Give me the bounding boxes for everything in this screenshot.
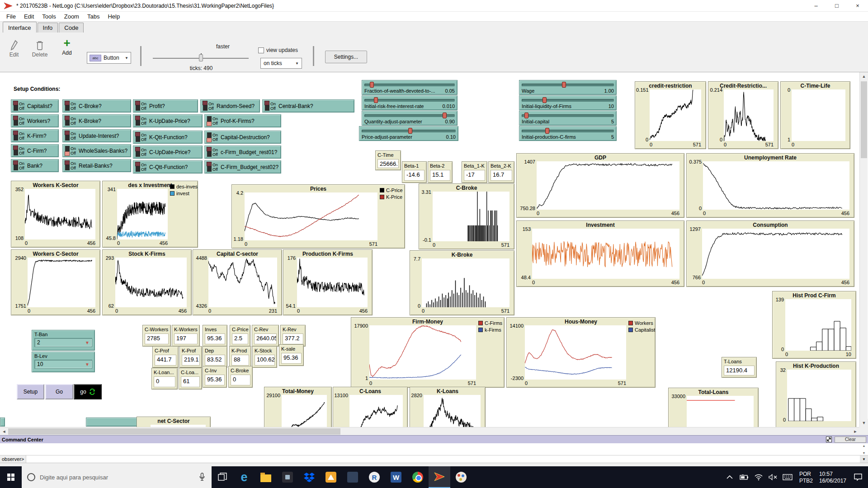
task-view-button[interactable] (212, 466, 233, 488)
horizontal-scroll-thumb[interactable] (8, 428, 340, 435)
switch-retail-banks[interactable]: OnOffRetail-Banks? (62, 159, 131, 172)
slider-fraction-of-wealth-devoted-to[interactable]: Fraction-of-wealth-devoted-to-...0.05 (362, 80, 458, 95)
slider-initial-risk-free-interest-rate[interactable]: Initial-risk-free-interest-rate0.010 (362, 95, 458, 110)
slider-handle[interactable] (374, 97, 378, 103)
close-button[interactable]: × (847, 0, 868, 12)
slider-wage[interactable]: Wage1.00 (519, 80, 617, 95)
chooser-t-ban[interactable]: T-Ban2▼ (32, 330, 95, 351)
taskbar-app-amber[interactable] (320, 466, 342, 488)
slider-handle[interactable] (370, 82, 374, 88)
volume-muted-icon[interactable] (767, 466, 779, 488)
slider-initial-capital[interactable]: Initial-capital5 (519, 111, 617, 126)
tab-interface[interactable]: Interface (3, 22, 37, 33)
scroll-up-arrow[interactable]: ▲ (860, 72, 868, 80)
scroll-down-arrow[interactable]: ▼ (860, 419, 868, 427)
switch-workers[interactable]: OnOffWorkers? (11, 114, 59, 127)
switch-profit[interactable]: OnOffProfit? (133, 99, 198, 113)
slider-handle[interactable] (443, 113, 447, 118)
menu-file[interactable]: File (2, 13, 20, 20)
switch-k-update-price[interactable]: OnOffK-UpDate-Price? (133, 114, 203, 127)
menu-tabs[interactable]: Tabs (83, 13, 104, 20)
menu-zoom[interactable]: Zoom (60, 13, 83, 20)
settings-button[interactable]: Settings... (325, 51, 367, 63)
start-button[interactable] (0, 466, 22, 488)
slider-initial-liquidity-of-firms[interactable]: Initial-liquidity-of-Firms10 (519, 95, 617, 110)
taskbar-app-photos[interactable] (277, 466, 298, 488)
switch-c-firm-budget-rest01[interactable]: OnOffc-Firm_Budget_rest01? (204, 145, 281, 159)
delete-tool-button[interactable]: Delete (30, 40, 50, 58)
chooser-dropdown-arrow[interactable]: ▼ (85, 362, 90, 367)
taskbar-search-box[interactable]: Digite aqui para pesquisar (22, 466, 212, 488)
add-tool-button[interactable]: + Add (58, 37, 76, 56)
action-center-icon[interactable] (852, 466, 864, 488)
slider-price-adjust-parameter[interactable]: Price-adjust-parameter0.10 (359, 126, 458, 141)
vertical-scrollbar[interactable]: ▲ ▼ (859, 72, 868, 427)
widget-type-dropdown[interactable]: abc Button ▼ (87, 52, 131, 64)
tab-info[interactable]: Info (38, 23, 58, 33)
scroll-right-arrow[interactable]: ► (851, 427, 859, 436)
chooser-b-lev[interactable]: B-Lev10▼ (32, 352, 95, 372)
checkbox-icon[interactable] (258, 47, 264, 53)
slider-handle[interactable] (524, 113, 528, 118)
maximize-button[interactable]: □ (826, 0, 847, 12)
button-setup[interactable]: Setup (17, 384, 44, 399)
view-updates-checkbox[interactable]: view updates (258, 47, 298, 53)
switch-random-seed[interactable]: OnOffRandom-Seed? (200, 99, 260, 113)
button-go[interactable]: Go (45, 384, 73, 399)
agent-type-dropdown-arrow[interactable]: ▼ (860, 455, 868, 463)
minimize-button[interactable]: – (806, 0, 826, 12)
slider-initial-production-c-firms[interactable]: Initial-production-C-firms5 (519, 126, 617, 141)
edit-tool-button[interactable]: Edit (6, 40, 22, 58)
microphone-icon[interactable] (199, 473, 205, 482)
switch-c-qtt-function[interactable]: OnOffC-Qtt-Function? (133, 160, 203, 174)
taskbar-app-netlogo[interactable] (429, 466, 450, 488)
update-mode-dropdown[interactable]: on ticks ▼ (260, 58, 302, 69)
taskbar-app-dark[interactable] (342, 466, 363, 488)
clock-language-block[interactable]: POR 10:57 PTB2 16/06/2017 (796, 471, 850, 484)
switch-c-broke[interactable]: OnOffC-Broke? (62, 99, 131, 113)
switch-c-update-price[interactable]: OnOffC-UpDate-Price? (133, 145, 203, 159)
output-scroll-arrows[interactable]: ▲▼ (861, 443, 867, 455)
vertical-scroll-thumb[interactable] (861, 81, 867, 158)
switch-bank[interactable]: OnOffBank? (11, 159, 59, 172)
taskbar-app-paint[interactable] (450, 466, 472, 488)
menu-help[interactable]: Help (104, 13, 124, 20)
switch-k-broke[interactable]: OnOffK-Broke? (62, 114, 131, 127)
wifi-icon[interactable] (752, 466, 765, 488)
slider-handle[interactable] (545, 128, 549, 134)
chooser-dropdown-arrow[interactable]: ▼ (85, 340, 90, 345)
taskbar-app-r[interactable]: R (363, 466, 385, 488)
menu-tools[interactable]: Tools (38, 13, 60, 20)
slider-handle[interactable] (562, 82, 566, 88)
slider-handle[interactable] (408, 128, 412, 134)
clear-button[interactable]: Clear (835, 436, 866, 443)
taskbar-app-file-explorer[interactable] (255, 466, 277, 488)
taskbar-app-edge[interactable]: e (233, 466, 255, 488)
tray-chevron-up-icon[interactable] (723, 466, 736, 488)
switch-wholesales-banks[interactable]: OnOffWholeSales-Banks? (62, 144, 131, 157)
speed-slider-thumb[interactable] (199, 54, 203, 61)
switch-k-firm[interactable]: OnOffK-Firm? (11, 129, 59, 142)
switch-capital-destruction[interactable]: OnOffCapital-Destruction? (204, 131, 281, 144)
slider-handle[interactable] (542, 97, 547, 103)
touch-keyboard-icon[interactable] (781, 466, 794, 488)
taskbar-app-word[interactable]: W (385, 466, 407, 488)
switch-c-firm[interactable]: OnOffC-Firm? (11, 144, 59, 157)
menu-edit[interactable]: Edit (20, 13, 38, 20)
battery-icon[interactable] (738, 466, 750, 488)
taskbar-app-dropbox[interactable] (298, 466, 320, 488)
switch-k-qtt-function[interactable]: OnOffK-Qtt-Function? (133, 131, 203, 144)
switch-prof-k-firms[interactable]: OnOffProf-K-Firms? (204, 114, 281, 127)
taskbar-app-chrome[interactable] (407, 466, 429, 488)
button-go-forever[interactable]: go (74, 384, 102, 399)
switch-central-bank[interactable]: OnOffCentral-Bank? (262, 99, 354, 113)
expand-icon[interactable] (826, 436, 832, 442)
tab-code[interactable]: Code (59, 23, 84, 33)
switch-c-firm-budget-rest02[interactable]: OnOffC-Firm_Budget_rest02? (204, 160, 281, 174)
switch-update-interest[interactable]: OnOffUpdate-Interest? (62, 129, 131, 142)
scroll-left-arrow[interactable]: ◄ (0, 427, 8, 436)
slider-quantity-adjust-parameter[interactable]: Quantity-adjust-parameter0.90 (362, 111, 458, 126)
horizontal-scrollbar[interactable]: ◄ ► (0, 427, 859, 435)
switch-capitalist[interactable]: OnOffCapitalist? (11, 99, 59, 113)
command-input[interactable] (26, 455, 860, 463)
